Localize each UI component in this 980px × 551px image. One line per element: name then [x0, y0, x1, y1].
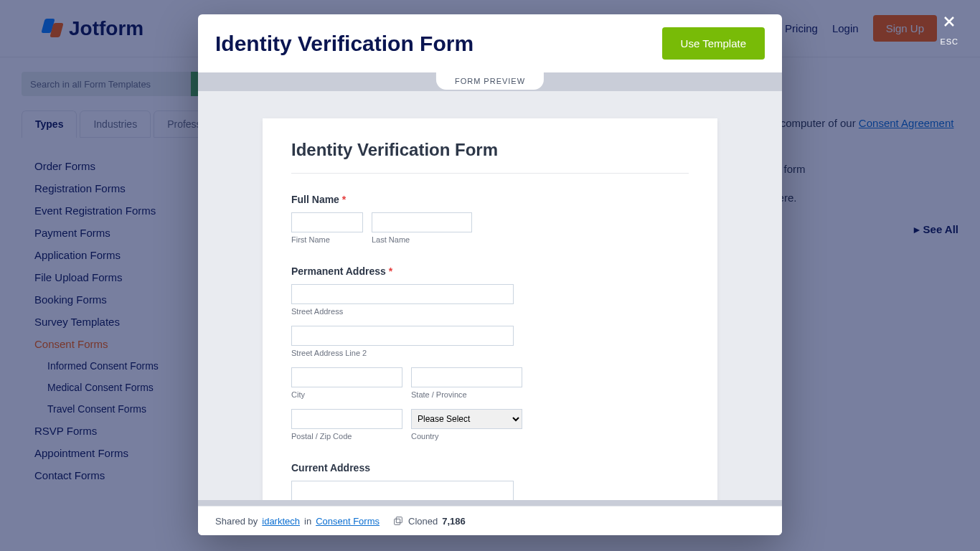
field-current-address: Current Address: [291, 462, 689, 500]
postal-sublabel: Postal / Zip Code: [291, 432, 402, 441]
template-modal: Identity Verification Form Use Template …: [198, 14, 782, 535]
curr-street-input[interactable]: [291, 481, 514, 500]
last-name-input[interactable]: [372, 212, 472, 232]
shared-by-label: Shared by: [215, 516, 258, 527]
required-icon: *: [342, 194, 346, 205]
modal-header: Identity Verification Form Use Template: [198, 14, 782, 72]
street-sublabel: Street Address: [291, 307, 514, 316]
author-link[interactable]: idarktech: [262, 516, 300, 527]
country-select[interactable]: Please Select: [411, 409, 522, 429]
close-icon: [941, 13, 958, 30]
city-input[interactable]: [291, 367, 402, 387]
street2-input[interactable]: [291, 326, 514, 346]
form-card: Identity Verification Form Full Name * F…: [263, 118, 717, 500]
state-input[interactable]: [411, 367, 522, 387]
street-input[interactable]: [291, 284, 514, 304]
category-link[interactable]: Consent Forms: [316, 516, 380, 527]
street2-sublabel: Street Address Line 2: [291, 349, 514, 357]
form-preview-area: Identity Verification Form Full Name * F…: [198, 91, 782, 500]
postal-input[interactable]: [291, 409, 402, 429]
clone-icon: [392, 515, 404, 527]
full-name-label: Full Name: [291, 194, 339, 205]
preview-tab-label: FORM PREVIEW: [436, 72, 544, 90]
required-icon: *: [389, 265, 392, 277]
last-name-sublabel: Last Name: [372, 235, 472, 244]
first-name-sublabel: First Name: [291, 235, 363, 244]
esc-label: ESC: [940, 37, 958, 46]
first-name-input[interactable]: [291, 212, 363, 232]
modal-title: Identity Verification Form: [215, 32, 473, 56]
field-full-name: Full Name * First Name Last Name: [291, 194, 689, 244]
preview-band-bottom: [198, 500, 782, 506]
cloned-label: Cloned: [408, 516, 438, 527]
modal-footer: Shared by idarktech in Consent Forms Clo…: [198, 506, 782, 535]
form-title: Identity Verification Form: [291, 140, 689, 174]
use-template-button[interactable]: Use Template: [662, 27, 765, 60]
in-label: in: [304, 516, 311, 527]
field-permanent-address: Permanent Address * Street Address Stree…: [291, 265, 689, 441]
preview-band: FORM PREVIEW: [198, 72, 782, 91]
close-button[interactable]: ESC: [940, 13, 958, 46]
perm-addr-label: Permanent Address: [291, 265, 386, 277]
city-sublabel: City: [291, 390, 402, 399]
clone-count: 7,186: [442, 516, 466, 527]
state-sublabel: State / Province: [411, 390, 522, 399]
svg-rect-1: [396, 517, 402, 523]
country-sublabel: Country: [411, 432, 522, 441]
svg-rect-0: [395, 519, 400, 524]
curr-addr-label: Current Address: [291, 462, 689, 474]
